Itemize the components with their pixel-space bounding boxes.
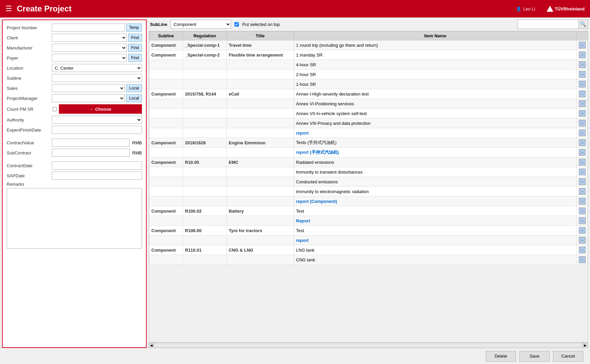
scroll-right-button[interactable]: ▶ (583, 343, 588, 348)
put-selected-checkbox[interactable] (234, 22, 239, 27)
save-button[interactable]: Save (519, 351, 550, 362)
remove-item-button[interactable]: - (579, 90, 586, 97)
remove-item-button[interactable]: - (579, 139, 586, 146)
cell-subline: Component (149, 89, 183, 99)
authority-row: Authority (7, 116, 142, 124)
cell-item-name[interactable]: report (294, 128, 577, 138)
manufacturer-select[interactable] (52, 44, 127, 52)
cell-action: - (577, 109, 588, 118)
cell-action: - (577, 79, 588, 89)
remove-item-button[interactable]: - (579, 178, 586, 185)
cell-title (227, 177, 294, 187)
cell-regulation (183, 118, 227, 128)
sub-contract-input[interactable] (52, 149, 130, 157)
subline-select[interactable] (52, 74, 142, 82)
find-payer-button[interactable]: Find (128, 54, 142, 62)
cell-regulation (183, 109, 227, 118)
cell-item-name[interactable]: report (294, 235, 577, 245)
contract-date-input[interactable] (52, 161, 142, 170)
cell-title: Battery (227, 206, 294, 216)
search-input[interactable] (518, 20, 578, 29)
col-action-header (577, 32, 588, 40)
count-pm-checkbox[interactable] (52, 107, 57, 111)
table-row: Component_Special-comp-1Travel time1 rou… (149, 40, 588, 50)
cell-action: - (577, 245, 588, 255)
items-table: Subline Regulation Title Item Name Compo… (149, 31, 588, 265)
delete-button[interactable]: Delete (486, 351, 516, 362)
remove-item-button[interactable]: - (579, 237, 586, 244)
remove-item-button[interactable]: - (579, 247, 586, 253)
cell-item-name[interactable]: Report (294, 216, 577, 226)
manufacturer-label: Manufacturer (7, 45, 50, 50)
remove-item-button[interactable]: - (579, 198, 586, 205)
pm-select[interactable] (52, 94, 125, 102)
remove-item-button[interactable]: - (579, 51, 586, 58)
sap-date-input[interactable] (52, 172, 142, 180)
table-row: report- (149, 128, 588, 138)
remove-item-button[interactable]: - (579, 217, 586, 224)
choose-button[interactable]: ← Choose (59, 104, 142, 114)
find-client-button[interactable]: Find (128, 34, 142, 42)
cell-action: - (577, 60, 588, 70)
local-sales-button[interactable]: Local (126, 84, 142, 92)
remove-item-button[interactable]: - (579, 61, 586, 68)
menu-icon[interactable]: ☰ (5, 4, 12, 13)
payer-select[interactable] (52, 54, 127, 62)
cell-item-name[interactable]: report (手持式汽油机) (294, 148, 577, 157)
cell-action: - (577, 128, 588, 138)
contract-value-input[interactable] (52, 139, 130, 147)
cell-subline: Component (149, 245, 183, 255)
cell-subline (149, 177, 183, 187)
authority-select[interactable] (52, 116, 142, 124)
project-number-input[interactable] (52, 24, 125, 32)
remove-item-button[interactable]: - (579, 120, 586, 126)
search-button[interactable]: 🔍 (578, 20, 588, 29)
cell-subline (149, 196, 183, 206)
subline-bar-label: SubLine (150, 22, 167, 27)
remove-item-button[interactable]: - (579, 169, 586, 175)
cell-title: Tyre for tractors (227, 226, 294, 235)
cell-item-name[interactable]: report (Component) (294, 196, 577, 206)
remove-item-button[interactable]: - (579, 256, 586, 263)
cell-regulation (183, 235, 227, 245)
sap-date-label: SAPDate (7, 173, 50, 178)
remove-item-button[interactable]: - (579, 149, 586, 156)
remove-item-button[interactable]: - (579, 208, 586, 214)
location-select[interactable]: C. Center (52, 64, 142, 72)
scroll-left-button[interactable]: ◀ (149, 343, 154, 348)
remove-item-button[interactable]: - (579, 130, 586, 136)
cell-action: - (577, 99, 588, 109)
cancel-button[interactable]: Cancel (553, 351, 583, 362)
cell-item-name: 1-hour SR (294, 79, 577, 89)
sales-select[interactable] (52, 84, 125, 92)
horizontal-scrollbar[interactable]: ◀ ▶ (149, 342, 588, 348)
remove-item-button[interactable]: - (579, 188, 586, 195)
remove-item-button[interactable]: - (579, 110, 586, 117)
local-pm-button[interactable]: Local (126, 94, 142, 102)
remove-item-button[interactable]: - (579, 42, 586, 48)
cell-subline (149, 60, 183, 70)
client-select[interactable] (52, 34, 127, 42)
remove-item-button[interactable]: - (579, 100, 586, 107)
cell-title: Travel time (227, 40, 294, 50)
remove-item-button[interactable]: - (579, 71, 586, 78)
cell-subline (149, 128, 183, 138)
payer-label: Payer (7, 56, 50, 61)
contract-value-row: ContractValue RMB (7, 139, 142, 147)
items-table-container[interactable]: Subline Regulation Title Item Name Compo… (149, 31, 588, 342)
cell-item-name: 4-hour SR (294, 60, 577, 70)
cell-title (227, 187, 294, 196)
cell-subline: Component (149, 157, 183, 167)
remove-item-button[interactable]: - (579, 227, 586, 234)
remove-item-button[interactable]: - (579, 81, 586, 87)
expect-finish-input[interactable] (52, 126, 142, 134)
subline-bar-select[interactable]: Component (171, 20, 231, 29)
cell-subline (149, 109, 183, 118)
remove-item-button[interactable]: - (579, 159, 586, 166)
remarks-textarea[interactable] (7, 188, 142, 249)
scroll-track[interactable] (154, 343, 583, 348)
find-manufacturer-button[interactable]: Find (128, 44, 142, 52)
cell-item-name: Annex VII-In-vehicle system self-test (294, 109, 577, 118)
temp-button[interactable]: Temp (126, 24, 142, 32)
cell-regulation (183, 216, 227, 226)
